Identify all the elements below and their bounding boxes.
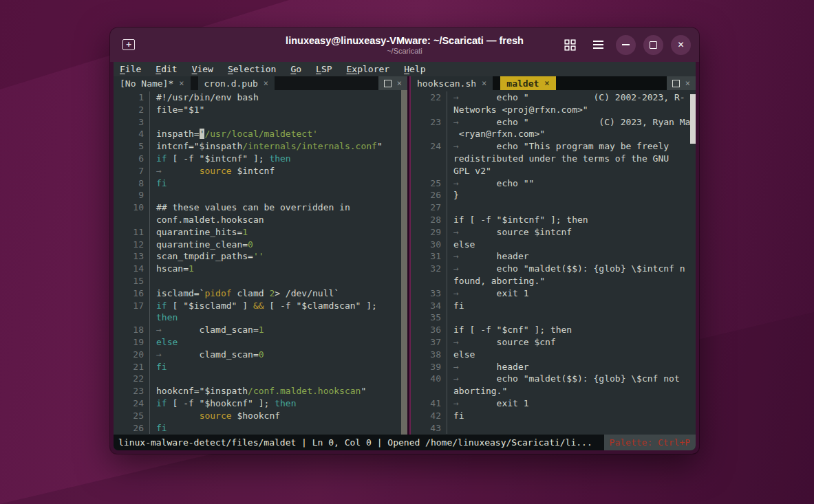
- code-line: 4inspath='/usr/local/maldetect': [114, 128, 407, 140]
- tab-close-icon[interactable]: ×: [544, 78, 549, 88]
- code-token: Networks <proj@rfxn.com>": [453, 105, 588, 115]
- code-token: echo "maldet($$): {glob} \$intcnf n: [459, 263, 685, 274]
- line-number: 14: [114, 263, 149, 275]
- menu-view[interactable]: View: [192, 64, 213, 74]
- code-token: fi: [156, 423, 167, 433]
- code-token: 0: [259, 349, 264, 360]
- line-number: 37: [411, 336, 447, 349]
- tab-maldet[interactable]: maldet×: [500, 76, 555, 90]
- close-icon: ✕: [677, 41, 684, 49]
- code-text: hookcnf="$inspath/conf.maldet.hookscan": [150, 385, 366, 397]
- code-token: inspath=: [156, 129, 200, 139]
- code-token: intcnf="$inspath: [156, 141, 242, 151]
- menu-lsp[interactable]: LSP: [316, 64, 332, 74]
- code-token: 1: [189, 263, 194, 274]
- code-token: exit 1: [459, 398, 529, 408]
- line-number: 32: [411, 263, 447, 275]
- code-token: /conf.maldet.hookscan: [248, 386, 361, 396]
- code-text: ## these values can be overridden in: [150, 201, 350, 214]
- menu-button[interactable]: [588, 34, 608, 55]
- code-text: → header: [447, 361, 529, 373]
- scrollbar-left[interactable]: [401, 90, 407, 435]
- line-number: 4: [114, 128, 149, 140]
- maximize-pane-icon[interactable]: [672, 80, 680, 87]
- scrollbar-right[interactable]: [690, 94, 696, 144]
- code-text: → source $cnf: [447, 336, 556, 349]
- menu-file[interactable]: File: [120, 64, 141, 74]
- code-line: 22→ echo " (C) 2002-2023, R-: [411, 91, 696, 104]
- line-number: 23: [114, 385, 149, 397]
- code-area-left[interactable]: 1#!/usr/bin/env bash2file="$1"34inspath=…: [114, 90, 407, 435]
- code-line: 1#!/usr/bin/env bash: [114, 91, 407, 104]
- code-line: 40→ echo "maldet($$): {glob} \$cnf not: [411, 373, 696, 385]
- code-text: intcnf="$inspath/internals/internals.con…: [150, 140, 383, 153]
- code-line: 7→ source $intcnf: [114, 165, 407, 177]
- line-number: 31: [411, 250, 447, 263]
- code-token: aborting.": [453, 386, 507, 396]
- code-token: then: [156, 312, 178, 322]
- code-line: 42fi: [411, 410, 696, 422]
- code-token: →: [453, 92, 459, 102]
- tab-close-icon[interactable]: ×: [264, 78, 268, 88]
- maximize-button[interactable]: [643, 35, 663, 55]
- code-token: →: [156, 349, 162, 360]
- code-token: [156, 410, 200, 421]
- line-number: 13: [114, 250, 149, 263]
- code-token: hscan=: [156, 263, 189, 274]
- line-number: 40: [411, 373, 447, 385]
- code-token: header: [459, 362, 529, 372]
- code-text: [150, 116, 156, 129]
- line-number: 9: [114, 189, 149, 201]
- code-line: 8fi: [114, 177, 407, 190]
- code-token: →: [453, 117, 459, 127]
- tab-close-icon[interactable]: ×: [482, 78, 486, 88]
- code-line: 11quarantine_hits=1: [114, 226, 407, 239]
- maximize-pane-icon[interactable]: [384, 80, 392, 87]
- code-line: 25→ echo "": [411, 177, 696, 190]
- code-text: file="$1": [150, 104, 204, 116]
- code-line: aborting.": [411, 385, 696, 397]
- menu-edit[interactable]: Edit: [156, 64, 177, 74]
- code-line: 33→ exit 1: [411, 287, 696, 300]
- code-area-right[interactable]: 22→ echo " (C) 2002-2023, R-Networks <pr…: [411, 90, 696, 435]
- terminal-window: + linuxeasy@linuxeasy-VMware: ~/Scaricat…: [110, 28, 699, 454]
- new-tab-button[interactable]: +: [118, 34, 139, 55]
- line-number: 30: [411, 239, 447, 251]
- close-button[interactable]: ✕: [671, 35, 691, 55]
- menubar: FileEditViewSelectionGoLSPExplorerHelp: [114, 62, 696, 76]
- code-token: ": [361, 386, 366, 396]
- code-token: fi: [453, 300, 464, 311]
- code-token: source $intcnf: [459, 227, 572, 237]
- code-text: [150, 275, 156, 287]
- line-number: [411, 385, 447, 397]
- code-text: fi: [150, 361, 167, 373]
- code-token: fi: [156, 178, 167, 188]
- menu-help[interactable]: Help: [404, 64, 425, 74]
- code-line: 9: [114, 189, 407, 201]
- code-token: [ -f "$clamdscan" ];: [264, 300, 377, 311]
- tab-close-icon[interactable]: ×: [179, 78, 184, 88]
- code-token: then: [275, 398, 296, 408]
- code-token: echo " (C) 2023, Ryan Ma: [459, 117, 691, 127]
- code-text: quarantine_clean=0: [150, 239, 253, 251]
- tab-cron-d-pub[interactable]: cron.d.pub×: [198, 76, 275, 90]
- minimize-button[interactable]: [616, 35, 636, 55]
- code-text: fi: [447, 410, 464, 422]
- menu-go[interactable]: Go: [290, 64, 301, 74]
- menu-explorer[interactable]: Explorer: [347, 64, 390, 74]
- code-token: →: [453, 398, 459, 408]
- close-pane-icon[interactable]: ×: [685, 79, 690, 87]
- tab-hookscan-sh[interactable]: hookscan.sh×: [411, 76, 493, 90]
- tab-no-name[interactable]: [No Name]*×: [114, 76, 191, 90]
- code-line: 16isclamd=`pidof clamd 2> /dev/null`: [114, 287, 407, 300]
- menu-selection[interactable]: Selection: [228, 64, 276, 74]
- line-number: 7: [114, 165, 149, 177]
- line-number: 12: [114, 239, 149, 251]
- code-line: 24if [ -f "$hookcnf" ]; then: [114, 397, 407, 410]
- tabs-overview-button[interactable]: [559, 34, 580, 55]
- line-number: 34: [411, 300, 447, 312]
- code-token: echo "": [459, 178, 535, 188]
- code-token: found, aborting.": [453, 276, 545, 286]
- titlebar[interactable]: + linuxeasy@linuxeasy-VMware: ~/Scaricat…: [110, 28, 699, 62]
- close-pane-icon[interactable]: ×: [397, 79, 402, 87]
